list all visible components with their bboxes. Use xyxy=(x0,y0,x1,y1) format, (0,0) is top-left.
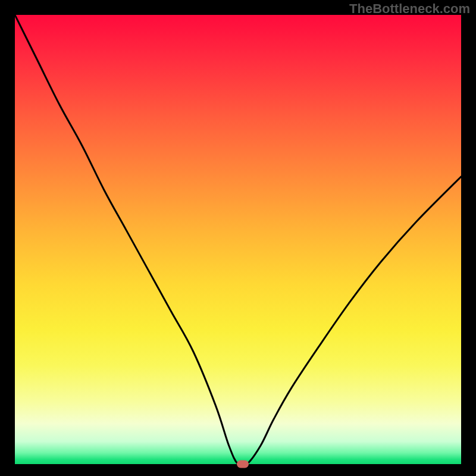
minimum-marker xyxy=(237,461,249,468)
curve-svg xyxy=(15,15,461,464)
watermark-text: TheBottleneck.com xyxy=(349,1,470,17)
plot-area xyxy=(15,15,461,464)
bottleneck-curve-path xyxy=(15,15,461,464)
chart-stage: TheBottleneck.com xyxy=(0,0,476,476)
